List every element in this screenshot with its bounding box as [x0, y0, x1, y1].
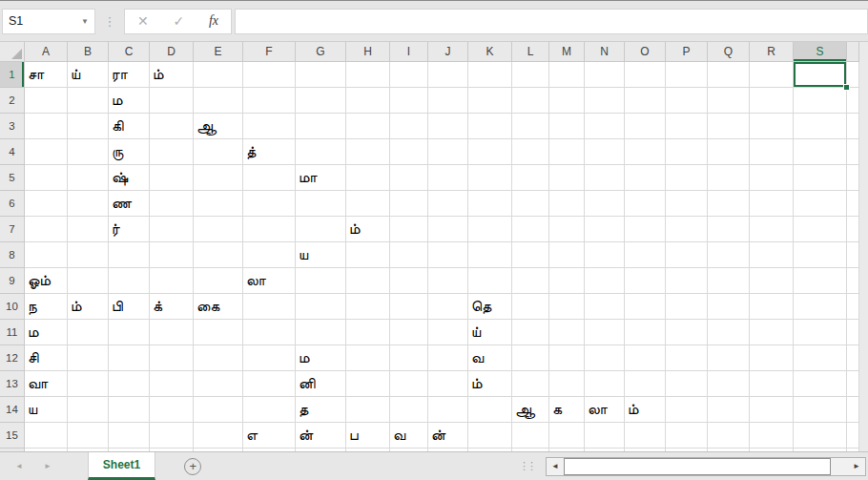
cell-C2[interactable]: ம — [109, 88, 150, 114]
horizontal-scrollbar[interactable]: ◄ ► — [546, 457, 866, 476]
cell-Q2[interactable] — [708, 88, 750, 114]
cell-F5[interactable] — [243, 165, 296, 191]
cell-C9[interactable] — [109, 268, 150, 294]
cell-J15[interactable]: ன் — [428, 423, 468, 449]
cell-G13[interactable]: னி — [296, 371, 346, 397]
cell-D5[interactable] — [150, 165, 194, 191]
cell-L10[interactable] — [512, 294, 549, 320]
cell-M14[interactable]: க — [549, 397, 585, 423]
cell-F4[interactable]: த் — [243, 139, 296, 165]
row-header-1[interactable]: 1 — [0, 62, 25, 88]
cell-R7[interactable] — [750, 217, 794, 242]
cell-G6[interactable] — [296, 191, 346, 217]
cell-P9[interactable] — [666, 268, 708, 294]
cell-K10[interactable]: தெ — [468, 294, 512, 320]
cell-A2[interactable] — [25, 88, 68, 114]
row-header-10[interactable]: 10 — [0, 294, 25, 320]
cell-H9[interactable] — [346, 268, 390, 294]
cell-B6[interactable] — [68, 191, 109, 217]
cell-M11[interactable] — [549, 320, 585, 345]
cell-A12[interactable]: சி — [25, 345, 68, 371]
row-header-14[interactable]: 14 — [0, 397, 25, 423]
select-all-button[interactable] — [0, 42, 25, 62]
cell-O7[interactable] — [625, 217, 666, 242]
cell-J11[interactable] — [428, 320, 468, 345]
hscroll-thumb[interactable] — [564, 458, 831, 475]
cell-M6[interactable] — [549, 191, 585, 217]
cell-P5[interactable] — [666, 165, 708, 191]
cell-R5[interactable] — [750, 165, 794, 191]
cell-C1[interactable]: ரா — [109, 62, 150, 88]
cell-M1[interactable] — [549, 62, 585, 88]
column-header-S[interactable]: S — [794, 42, 847, 62]
cell-I7[interactable] — [390, 217, 428, 242]
cell-Q4[interactable] — [708, 139, 750, 165]
cell-A5[interactable] — [25, 165, 68, 191]
cell-C7[interactable]: ர் — [109, 217, 150, 242]
hscroll-track[interactable] — [831, 458, 848, 475]
cell-L4[interactable] — [512, 139, 549, 165]
fill-handle[interactable] — [843, 84, 850, 91]
cell-H2[interactable] — [346, 88, 390, 114]
cell-L13[interactable] — [512, 371, 549, 397]
column-header-N[interactable]: N — [585, 42, 625, 62]
cell-S12[interactable] — [794, 345, 847, 371]
cell-F9[interactable]: லா — [243, 268, 296, 294]
cell-R1[interactable] — [750, 62, 794, 88]
cell-M5[interactable] — [549, 165, 585, 191]
cell-L9[interactable] — [512, 268, 549, 294]
cell-E13[interactable] — [194, 371, 243, 397]
cell-B2[interactable] — [68, 88, 109, 114]
cell-F1[interactable] — [243, 62, 296, 88]
cell-R11[interactable] — [750, 320, 794, 345]
enter-icon[interactable]: ✓ — [173, 13, 184, 29]
cell-R12[interactable] — [750, 345, 794, 371]
cell-Q8[interactable] — [708, 242, 750, 268]
cell-N1[interactable] — [585, 62, 625, 88]
cell-L6[interactable] — [512, 191, 549, 217]
cell-O12[interactable] — [625, 345, 666, 371]
name-box[interactable]: S1 ▼ — [2, 9, 95, 34]
cell-E14[interactable] — [194, 397, 243, 423]
cell-L7[interactable] — [512, 217, 549, 242]
row-header-3[interactable]: 3 — [0, 114, 25, 139]
cell-M10[interactable] — [549, 294, 585, 320]
cell-N3[interactable] — [585, 114, 625, 139]
cell-F15[interactable]: எ — [243, 423, 296, 449]
cell-P12[interactable] — [666, 345, 708, 371]
cell-A10[interactable]: ந — [25, 294, 68, 320]
insert-function-icon[interactable]: fx — [209, 13, 218, 29]
cell-N13[interactable] — [585, 371, 625, 397]
cell-B5[interactable] — [68, 165, 109, 191]
cell-Q1[interactable] — [708, 62, 750, 88]
cell-R14[interactable] — [750, 397, 794, 423]
cell-I6[interactable] — [390, 191, 428, 217]
cell-S10[interactable] — [794, 294, 847, 320]
cell-G7[interactable] — [296, 217, 346, 242]
cell-M4[interactable] — [549, 139, 585, 165]
hscroll-left-button[interactable]: ◄ — [547, 458, 564, 475]
cell-P4[interactable] — [666, 139, 708, 165]
cell-K13[interactable]: ம் — [468, 371, 512, 397]
cell-D13[interactable] — [150, 371, 194, 397]
cell-P10[interactable] — [666, 294, 708, 320]
sheet-nav-next-button[interactable]: ► — [44, 462, 52, 470]
cell-A6[interactable] — [25, 191, 68, 217]
cell-I15[interactable]: வ — [390, 423, 428, 449]
hscroll-right-button[interactable]: ► — [848, 458, 865, 475]
cell-F13[interactable] — [243, 371, 296, 397]
cell-O9[interactable] — [625, 268, 666, 294]
cell-E7[interactable] — [194, 217, 243, 242]
cell-D10[interactable]: க் — [150, 294, 194, 320]
cell-O8[interactable] — [625, 242, 666, 268]
column-header-G[interactable]: G — [296, 42, 346, 62]
cell-O4[interactable] — [625, 139, 666, 165]
column-header-H[interactable]: H — [346, 42, 390, 62]
column-header-K[interactable]: K — [468, 42, 512, 62]
cell-S8[interactable] — [794, 242, 847, 268]
cell-A7[interactable] — [25, 217, 68, 242]
cell-R13[interactable] — [750, 371, 794, 397]
cell-Q11[interactable] — [708, 320, 750, 345]
cell-S4[interactable] — [794, 139, 847, 165]
cell-D6[interactable] — [150, 191, 194, 217]
